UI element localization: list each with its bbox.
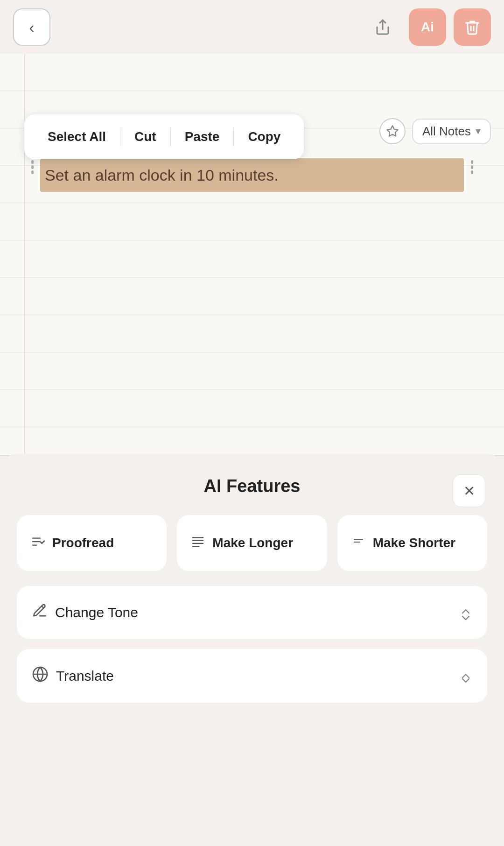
ai-features-grid: Proofread Make Longer Make [0,510,504,576]
line-6 [0,277,504,278]
make-shorter-icon [350,535,366,551]
handle-bar-6 [471,170,473,174]
proofread-label: Proofread [52,536,114,550]
change-tone-label: Change Tone [55,605,138,620]
proofread-card[interactable]: Proofread [17,515,167,571]
selected-text-content: Set an alarm clock in 10 minutes. [45,166,279,184]
translate-row[interactable]: Translate [17,649,487,703]
handle-bar-5 [471,165,473,169]
make-longer-label: Make Longer [212,536,293,550]
line-1 [0,91,504,91]
line-8 [0,352,504,352]
selected-text-row: Set an alarm clock in 10 minutes. [24,156,480,194]
selected-text-highlight[interactable]: Set an alarm clock in 10 minutes. [40,158,464,192]
change-tone-row[interactable]: Change Tone [17,586,487,639]
ai-panel-header: AI Features ✕ [0,454,504,510]
line-10 [0,427,504,427]
notes-dropdown[interactable]: All Notes ▾ [412,119,491,144]
proofread-icon [30,535,46,552]
ai-panel: AI Features ✕ Proofread [0,454,504,846]
ai-button-label: Ai [421,20,434,35]
line-7 [0,315,504,315]
handle-bar-1 [31,160,34,164]
change-tone-left: Change Tone [32,603,138,622]
selection-handle-right[interactable] [464,156,480,194]
change-tone-arrows [459,605,472,620]
pin-button[interactable] [379,118,406,144]
share-button[interactable] [364,8,401,46]
back-button[interactable]: ‹ [13,8,50,46]
handle-bar-2 [31,165,34,169]
selection-handle-left[interactable] [24,156,40,194]
note-area: Select All Cut Paste Copy All Notes ▾ [0,54,504,455]
translate-arrows [459,668,472,684]
svg-line-10 [42,606,43,608]
paste-button[interactable]: Paste [171,119,234,155]
top-bar-right: Ai [364,8,491,46]
back-chevron-icon: ‹ [29,19,34,35]
note-controls: All Notes ▾ [379,118,491,144]
make-shorter-card[interactable]: Make Shorter [337,515,487,571]
delete-button[interactable] [454,8,491,46]
paper-lines [0,54,504,455]
change-tone-icon [32,603,48,622]
copy-button[interactable]: Copy [234,119,294,155]
ai-panel-close-button[interactable]: ✕ [453,474,485,507]
notes-dropdown-label: All Notes [422,124,471,139]
translate-label: Translate [56,668,114,684]
close-icon: ✕ [463,483,475,499]
line-9 [0,389,504,390]
line-4 [0,203,504,203]
handle-bar-4 [471,160,473,164]
translate-icon [32,666,49,686]
handle-bar-3 [31,170,34,174]
line-5 [0,240,504,240]
margin-line [24,54,25,455]
ai-button[interactable]: Ai [409,8,446,46]
select-all-button[interactable]: Select All [34,119,120,155]
context-menu: Select All Cut Paste Copy [24,114,304,159]
cut-button[interactable]: Cut [120,119,170,155]
make-longer-card[interactable]: Make Longer [177,515,327,571]
translate-left: Translate [32,666,114,686]
make-longer-icon [190,535,206,552]
dropdown-arrow-icon: ▾ [476,125,481,137]
top-bar: ‹ Ai [0,0,504,54]
ai-panel-title: AI Features [204,476,301,496]
make-shorter-label: Make Shorter [373,536,455,550]
